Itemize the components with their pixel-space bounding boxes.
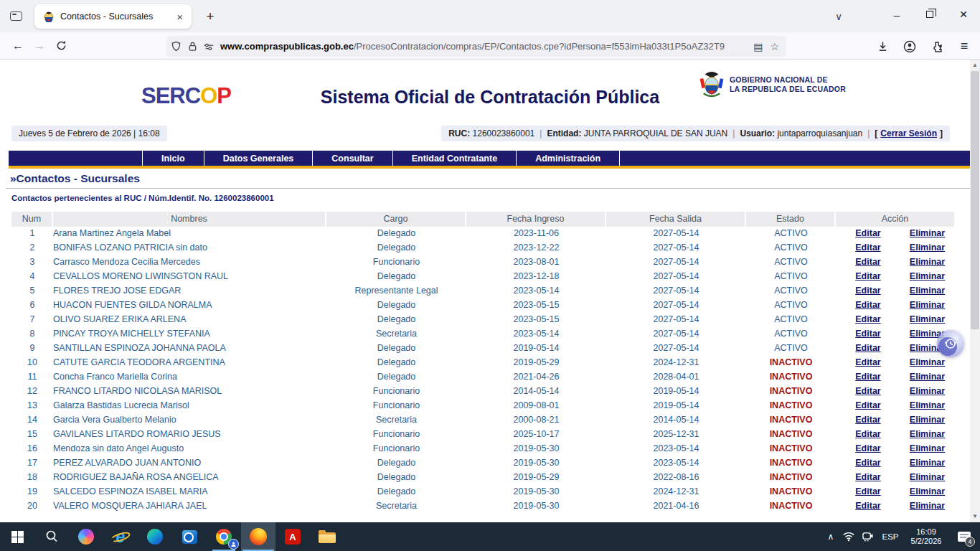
delete-link[interactable]: Eliminar — [910, 357, 945, 367]
delete-link[interactable]: Eliminar — [910, 415, 945, 425]
edit-link[interactable]: Editar — [855, 429, 880, 439]
permissions-icon[interactable] — [203, 42, 215, 52]
meet-now-icon[interactable] — [858, 532, 877, 542]
notification-center-button[interactable]: 4 — [948, 522, 980, 551]
list-tabs-chevron-icon[interactable]: ∨ — [829, 7, 848, 26]
download-icon — [877, 41, 888, 52]
cell-cargo: Delegado — [326, 240, 466, 255]
taskbar-chrome[interactable] — [207, 522, 241, 551]
downloads-button[interactable] — [874, 38, 891, 55]
taskbar-search-button[interactable] — [34, 522, 69, 551]
firefox-view-button[interactable] — [6, 7, 25, 25]
taskbar-outlook[interactable] — [172, 522, 207, 551]
edit-link[interactable]: Editar — [855, 271, 880, 281]
edit-link[interactable]: Editar — [855, 329, 880, 339]
edit-link[interactable]: Editar — [855, 386, 880, 396]
edit-link[interactable]: Editar — [855, 472, 880, 482]
edit-link[interactable]: Editar — [855, 372, 880, 382]
account-button[interactable] — [901, 38, 918, 55]
cell-cargo: Delegado — [326, 484, 466, 499]
menu-item-inicio[interactable]: Inicio — [142, 151, 204, 166]
delete-link[interactable]: Eliminar — [910, 372, 945, 382]
browser-tab-active[interactable]: Contactos - Sucursales × — [34, 4, 192, 29]
delete-link[interactable]: Eliminar — [910, 472, 945, 482]
viewport-scrollbar[interactable]: ▲ ▼ — [970, 60, 980, 522]
scrollbar-thumb[interactable] — [971, 71, 979, 329]
edit-link[interactable]: Editar — [855, 443, 880, 453]
browser-toolbar: ← → www.compraspublicas.gob.ec/ProcesoCo… — [0, 32, 980, 60]
extensions-button[interactable] — [928, 38, 946, 55]
edit-link[interactable]: Editar — [855, 343, 880, 353]
delete-link[interactable]: Eliminar — [910, 458, 945, 468]
scroll-up-arrow[interactable]: ▲ — [970, 60, 980, 70]
edit-link[interactable]: Editar — [855, 300, 880, 310]
delete-link[interactable]: Eliminar — [910, 257, 945, 267]
taskbar-firefox[interactable] — [241, 522, 275, 551]
bookmark-star-icon[interactable]: ☆ — [770, 41, 779, 52]
edit-link[interactable]: Editar — [855, 286, 880, 296]
delete-link[interactable]: Eliminar — [910, 486, 945, 496]
reload-button[interactable] — [50, 36, 72, 56]
edit-link[interactable]: Editar — [855, 400, 880, 410]
delete-link[interactable]: Eliminar — [910, 242, 945, 253]
language-indicator[interactable]: ESP — [877, 532, 904, 541]
url-path: /ProcesoContratacion/compras/EP/Contacto… — [354, 41, 725, 52]
tray-chevron-icon[interactable]: ∧ — [822, 532, 839, 542]
cell-fecha-ingreso: 2023-05-15 — [466, 312, 606, 326]
lock-icon[interactable] — [188, 41, 197, 52]
cell-fecha-ingreso: 2019-05-30 — [466, 441, 606, 456]
edit-link[interactable]: Editar — [855, 415, 880, 425]
delete-link[interactable]: Eliminar — [910, 300, 945, 310]
tab-close-icon[interactable]: × — [174, 11, 186, 23]
edit-link[interactable]: Editar — [855, 314, 880, 324]
clock[interactable]: 16:09 5/2/2026 — [904, 527, 948, 546]
edit-link[interactable]: Editar — [855, 228, 880, 238]
cell-fecha-salida: 2024-12-31 — [606, 484, 746, 499]
new-tab-button[interactable]: + — [201, 7, 220, 26]
floating-overlay-widget[interactable] — [937, 330, 964, 357]
reader-mode-icon[interactable]: ▤ — [753, 41, 763, 52]
delete-link[interactable]: Eliminar — [910, 386, 945, 396]
user-label: Usuario: — [740, 128, 775, 138]
start-button[interactable] — [0, 522, 34, 551]
menu-item-entidad-contratante[interactable]: Entidad Contratante — [392, 151, 516, 166]
delete-link[interactable]: Eliminar — [910, 501, 945, 511]
back-button[interactable]: ← — [7, 36, 29, 56]
delete-link[interactable]: Eliminar — [910, 271, 945, 281]
menu-item-consultar[interactable]: Consultar — [312, 151, 392, 166]
taskbar-internet-explorer[interactable]: e — [103, 522, 138, 551]
edit-link[interactable]: Editar — [855, 242, 880, 253]
menu-item-administracion[interactable]: Administración — [516, 151, 620, 166]
edit-link[interactable]: Editar — [855, 501, 880, 511]
taskbar-copilot[interactable] — [69, 522, 103, 551]
edit-link[interactable]: Editar — [855, 257, 880, 267]
menu-button[interactable]: ≡ — [956, 38, 973, 55]
delete-link[interactable]: Eliminar — [910, 314, 945, 324]
window-close-button[interactable]: × — [947, 0, 980, 29]
forward-button[interactable]: → — [29, 36, 50, 56]
url-bar[interactable]: www.compraspublicas.gob.ec/ProcesoContra… — [166, 36, 786, 57]
tracking-shield-icon[interactable] — [171, 41, 182, 52]
window-restore-button[interactable] — [913, 0, 946, 29]
taskbar-acrobat[interactable]: A — [275, 522, 310, 551]
taskbar-file-explorer[interactable] — [310, 522, 344, 551]
cell-fecha-salida: 2027-05-14 — [606, 226, 746, 240]
window-minimize-button[interactable]: – — [880, 0, 913, 29]
delete-link[interactable]: Eliminar — [910, 429, 945, 439]
menu-item-datos-generales[interactable]: Datos Generales — [204, 151, 313, 166]
edit-link[interactable]: Editar — [855, 486, 880, 496]
edit-link[interactable]: Editar — [855, 458, 880, 468]
cell-fecha-ingreso: 2023-08-01 — [466, 255, 606, 269]
taskbar-edge[interactable] — [138, 522, 172, 551]
delete-link[interactable]: Eliminar — [910, 286, 945, 296]
delete-link[interactable]: Eliminar — [910, 443, 945, 453]
wifi-icon[interactable] — [839, 532, 858, 542]
delete-link[interactable]: Eliminar — [910, 400, 945, 410]
delete-link[interactable]: Eliminar — [910, 228, 945, 238]
edit-link[interactable]: Editar — [855, 357, 880, 367]
windows-logo-icon — [11, 531, 24, 543]
url-text[interactable]: www.compraspublicas.gob.ec/ProcesoContra… — [220, 41, 750, 52]
logout-link[interactable]: Cerrar Sesión — [880, 128, 937, 138]
scroll-down-arrow[interactable]: ▼ — [970, 512, 980, 522]
cell-fecha-ingreso: 2000-08-21 — [466, 413, 606, 427]
